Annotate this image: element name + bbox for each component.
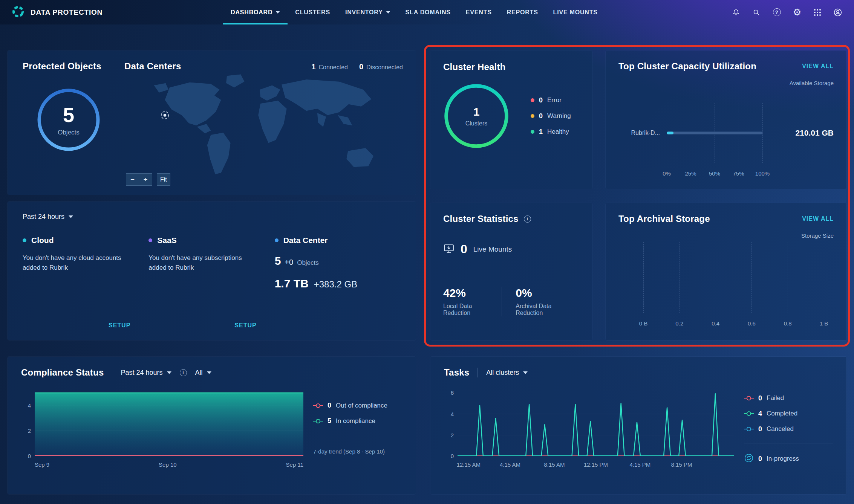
x-tick: 12:15 AM [457, 461, 481, 468]
brand: DATA PROTECTION [11, 0, 103, 24]
nav-live-mounts[interactable]: LIVE MOUNTS [546, 0, 605, 24]
main-nav: DASHBOARD CLUSTERS INVENTORY SLA DOMAINS… [223, 0, 605, 24]
map-zoom-controls: − + Fit [126, 173, 170, 186]
y-tick: 6 [451, 389, 454, 396]
nav-dashboard[interactable]: DASHBOARD [223, 0, 288, 24]
warning-dot-icon [531, 114, 534, 118]
tasks-plot: 12:15 AM 4:15 AM 8:15 AM 12:15 PM 4:15 P… [458, 388, 734, 470]
nav-sla-domains-label: SLA DOMAINS [406, 9, 451, 16]
compliance-time-range-dropdown[interactable]: Past 24 hours [121, 369, 171, 377]
archival-storage-card: Top Archival Storage VIEW ALL Storage Si… [606, 203, 846, 340]
archival-view-all-link[interactable]: VIEW ALL [802, 215, 834, 222]
clusters-count-label: Clusters [465, 120, 488, 127]
info-icon[interactable] [180, 369, 187, 376]
compliance-chart: 4 2 0 [21, 388, 402, 468]
archival-plot: 0 B 0.2 0.4 0.6 0.8 1 B [643, 242, 824, 313]
nav-sla-domains[interactable]: SLA DOMAINS [398, 0, 458, 24]
protected-objects-donut: 5 Objects [36, 87, 101, 152]
nav-reports[interactable]: REPORTS [499, 0, 546, 24]
tasks-y-axis: 6 4 2 0 [444, 388, 458, 470]
archival-reduction-cell: 0% Archival Data Reduction [502, 287, 580, 316]
app-grid-icon[interactable] [813, 8, 822, 17]
map-fit-button[interactable]: Fit [157, 173, 170, 186]
tasks-scope-value: All clusters [486, 369, 519, 377]
storage-size-label: Storage Size [618, 232, 834, 239]
compliance-title: Compliance Status [21, 367, 104, 378]
data-centers-stats: 1 Connected 0 Disconnected [311, 63, 403, 71]
disconnected-value: 0 [359, 63, 363, 71]
nav-clusters[interactable]: CLUSTERS [288, 0, 338, 24]
tasks-card: Tasks All clusters 6 4 2 0 [430, 357, 846, 494]
time-range-value: Past 24 hours [23, 213, 64, 221]
cluster-statistics-header: Cluster Statistics [443, 214, 580, 224]
compliance-y-axis: 4 2 0 [21, 388, 35, 468]
saas-setup-link[interactable]: SETUP [234, 322, 256, 329]
nav-reports-label: REPORTS [507, 9, 538, 16]
in-progress-label: In-progress [767, 455, 799, 463]
time-range-dropdown[interactable]: Past 24 hours [23, 213, 401, 221]
protected-objects-title: Protected Objects [23, 61, 121, 72]
divider [478, 368, 478, 377]
zoom-in-button[interactable]: + [139, 173, 152, 186]
nav-clusters-label: CLUSTERS [295, 9, 330, 16]
archival-reduction-value: 0% [516, 287, 566, 299]
protected-objects-count: 5 [58, 103, 80, 127]
error-value: 0 [539, 96, 543, 104]
objects-count: 5 [275, 255, 281, 267]
series-marker-red-icon [313, 405, 323, 406]
info-icon[interactable] [524, 215, 531, 223]
capacity-bar-track [667, 132, 762, 134]
app-title: DATA PROTECTION [31, 8, 103, 17]
saas-title: SaaS [157, 236, 176, 245]
legend-in-compliance: 5 In compliance [313, 417, 402, 425]
in-compliance-label: In compliance [336, 417, 375, 425]
in-progress-sync-icon [744, 453, 754, 465]
tasks-title: Tasks [444, 367, 469, 378]
legend-failed: 0 Failed [744, 394, 833, 402]
cloud-setup-link[interactable]: SETUP [109, 322, 130, 329]
rubrik-logo-icon[interactable] [11, 5, 25, 20]
completed-value: 4 [758, 410, 762, 418]
cluster-cards-grid: Cluster Health [430, 50, 846, 340]
nav-events[interactable]: EVENTS [458, 0, 499, 24]
error-label: Error [547, 96, 562, 104]
settings-gear-icon[interactable]: ⚙ [792, 8, 802, 17]
x-tick: 0 B [639, 320, 648, 327]
gridline [643, 242, 644, 313]
saas-source-header: SaaS [148, 236, 256, 245]
failed-label: Failed [767, 394, 784, 402]
nav-live-mounts-label: LIVE MOUNTS [553, 9, 598, 16]
user-account-icon[interactable] [833, 8, 843, 17]
capacity-card: Top Cluster Capacity Utilization VIEW AL… [606, 50, 846, 189]
nav-inventory-label: INVENTORY [345, 9, 383, 16]
tasks-scope-dropdown[interactable]: All clusters [486, 369, 528, 377]
right-column: Cluster Health [430, 50, 846, 494]
help-icon[interactable] [772, 8, 782, 17]
compliance-scope-dropdown[interactable]: All [195, 369, 211, 377]
live-mounts-label: Live Mounts [473, 245, 512, 254]
legend-error: 0 Error [531, 96, 571, 104]
size-value: 1.7 TB [275, 277, 309, 290]
healthy-dot-icon [531, 130, 534, 134]
canceled-label: Canceled [767, 425, 794, 433]
chevron-down-icon [386, 11, 390, 14]
nav-inventory[interactable]: INVENTORY [338, 0, 398, 24]
x-tick: 0.4 [712, 320, 719, 327]
notifications-bell-icon[interactable] [731, 8, 741, 17]
x-tick: 4:15 PM [630, 461, 651, 468]
gridline [680, 242, 680, 313]
saas-dot-icon [148, 238, 152, 242]
capacity-view-all-link[interactable]: VIEW ALL [802, 63, 834, 70]
search-icon[interactable] [751, 8, 761, 17]
data-centers-header: Data Centers 1 Connected 0 Disconnected [124, 61, 403, 72]
zoom-out-button[interactable]: − [126, 173, 139, 186]
data-centers-title: Data Centers [124, 61, 181, 72]
archival-header: Top Archival Storage VIEW ALL [618, 214, 834, 224]
out-of-compliance-value: 0 [328, 402, 331, 409]
x-tick: Sep 11 [286, 461, 303, 468]
sources-card: Past 24 hours Cloud You don't have any c… [8, 202, 416, 340]
warning-label: Warning [547, 112, 571, 120]
series-marker-red-icon [744, 398, 754, 399]
donut-center: 5 Objects [36, 87, 101, 152]
capacity-plot: 0% 25% 50% 75% 100% [667, 103, 762, 163]
